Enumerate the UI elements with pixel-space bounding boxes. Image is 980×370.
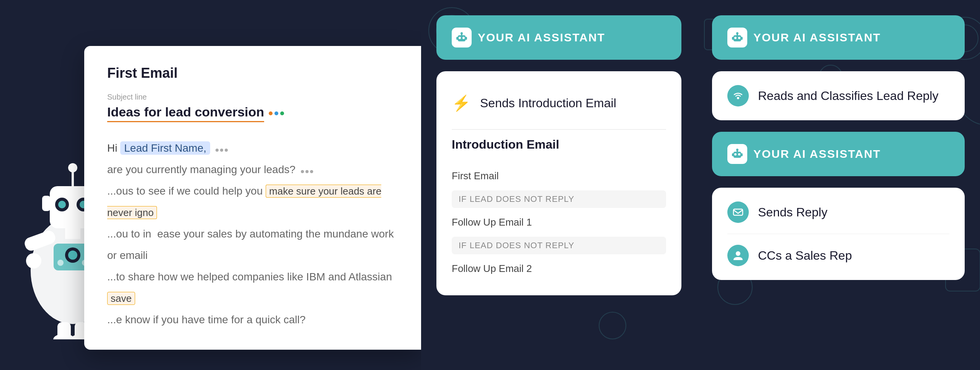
- body-line-1: Hi Lead First Name,: [107, 138, 398, 159]
- svg-rect-13: [65, 228, 80, 239]
- left-panel: First Email Subject line Ideas for lead …: [0, 0, 421, 370]
- right-panel: YOUR AI ASSISTANT Reads and Classifies L…: [697, 0, 980, 370]
- subject-dots: [269, 111, 284, 115]
- svg-rect-11: [42, 196, 51, 211]
- sends-reply-card: Sends Reply CCs a Sales Rep: [712, 188, 965, 280]
- main-container: First Email Subject line Ideas for lead …: [0, 0, 980, 370]
- subject-line: Ideas for lead conversion: [107, 105, 398, 122]
- ai-robot-icon-right-1: [727, 28, 747, 47]
- wifi-icon-circle: [727, 85, 749, 106]
- sends-reply-label: Sends Reply: [758, 205, 827, 219]
- email-body: Hi Lead First Name, are you currently ma…: [107, 138, 398, 331]
- body-line-2: are you currently managing your leads?: [107, 159, 398, 180]
- subject-label: Subject line: [107, 93, 398, 102]
- svg-rect-34: [456, 37, 458, 40]
- dots-1: [216, 149, 228, 152]
- ai-robot-icon-center: [452, 28, 472, 47]
- body-line-5: ...to share how we helped companies like…: [107, 266, 398, 309]
- body-line-4: ...ou to in ease your sales by automatin…: [107, 223, 398, 266]
- svg-point-3: [68, 250, 77, 260]
- person-icon-circle: [727, 245, 749, 266]
- dot-3: [280, 111, 284, 115]
- ai-title-right-1: YOUR AI ASSISTANT: [753, 31, 881, 44]
- ccs-sales-rep-label: CCs a Sales Rep: [758, 249, 852, 263]
- intro-email-section: Introduction Email First Email IF LEAD D…: [452, 129, 666, 282]
- svg-point-51: [734, 153, 737, 156]
- step-divider-2: IF LEAD DOES NOT REPLY: [452, 237, 666, 254]
- svg-point-7: [58, 201, 66, 208]
- svg-point-58: [736, 251, 740, 256]
- sends-intro-email-card: ⚡ Sends Introduction Email Introduction …: [436, 71, 681, 295]
- svg-rect-56: [741, 153, 743, 156]
- svg-point-31: [462, 37, 465, 39]
- ai-card-header-center: YOUR AI ASSISTANT: [452, 28, 666, 47]
- svg-point-43: [734, 37, 737, 39]
- ai-assistant-card-right-2: YOUR AI ASSISTANT: [712, 132, 965, 176]
- step-divider-1: IF LEAD DOES NOT REPLY: [452, 190, 666, 208]
- email-icon-circle: [727, 201, 749, 223]
- body-line-6: ...e know if you have time for a quick c…: [107, 309, 398, 331]
- svg-point-44: [738, 37, 740, 39]
- dots-2: [301, 170, 313, 173]
- sends-reply-action: Sends Reply: [727, 201, 949, 223]
- body-line-3: ...ous to see if we could help you make …: [107, 180, 398, 223]
- ai-card-header-right-1: YOUR AI ASSISTANT: [727, 28, 949, 47]
- svg-rect-55: [732, 153, 734, 156]
- reads-classifies-label: Reads and Classifies Lead Reply: [758, 89, 938, 103]
- svg-point-33: [461, 32, 463, 34]
- reads-classifies-card: Reads and Classifies Lead Reply: [712, 71, 965, 120]
- ai-assistant-card-center: YOUR AI ASSISTANT: [436, 15, 681, 60]
- svg-rect-48: [741, 37, 743, 40]
- email-card-title: First Email: [107, 65, 398, 81]
- subject-text: Ideas for lead conversion: [107, 105, 264, 122]
- svg-point-54: [736, 149, 738, 151]
- svg-point-22: [57, 260, 64, 266]
- ai-title-right-2: YOUR AI ASSISTANT: [753, 147, 881, 160]
- ai-robot-icon-right-2: [727, 144, 747, 164]
- intro-email-title: Introduction Email: [452, 138, 666, 152]
- step-followup-2: Follow Up Email 2: [452, 256, 666, 282]
- dot-1: [269, 111, 273, 115]
- lead-name-highlight: Lead First Name,: [120, 141, 210, 155]
- svg-point-10: [68, 163, 77, 172]
- reads-classifies-action: Reads and Classifies Lead Reply: [727, 85, 949, 106]
- svg-point-28: [599, 312, 626, 339]
- ai-card-header-right-2: YOUR AI ASSISTANT: [727, 144, 949, 164]
- svg-point-49: [737, 97, 739, 99]
- sends-intro-action: ⚡ Sends Introduction Email: [452, 85, 666, 121]
- ai-assistant-card-right-1: YOUR AI ASSISTANT: [712, 15, 965, 60]
- svg-rect-35: [465, 37, 467, 40]
- sends-intro-label: Sends Introduction Email: [480, 96, 616, 110]
- svg-point-52: [738, 153, 740, 156]
- center-panel: YOUR AI ASSISTANT ⚡ Sends Introduction E…: [421, 0, 697, 370]
- ai-title-center: YOUR AI ASSISTANT: [478, 31, 605, 44]
- highlight-5: save: [107, 292, 135, 305]
- step-first-email: First Email: [452, 163, 666, 189]
- step-followup-1: Follow Up Email 1: [452, 210, 666, 235]
- email-card: First Email Subject line Ideas for lead …: [84, 46, 421, 350]
- svg-point-16: [26, 253, 41, 268]
- svg-point-46: [736, 32, 738, 34]
- svg-point-30: [459, 37, 461, 39]
- dot-2: [274, 111, 278, 115]
- ccs-sales-rep-action: CCs a Sales Rep: [727, 234, 949, 266]
- lightning-icon: ⚡: [452, 94, 471, 112]
- svg-rect-47: [732, 37, 734, 40]
- svg-rect-57: [733, 209, 743, 215]
